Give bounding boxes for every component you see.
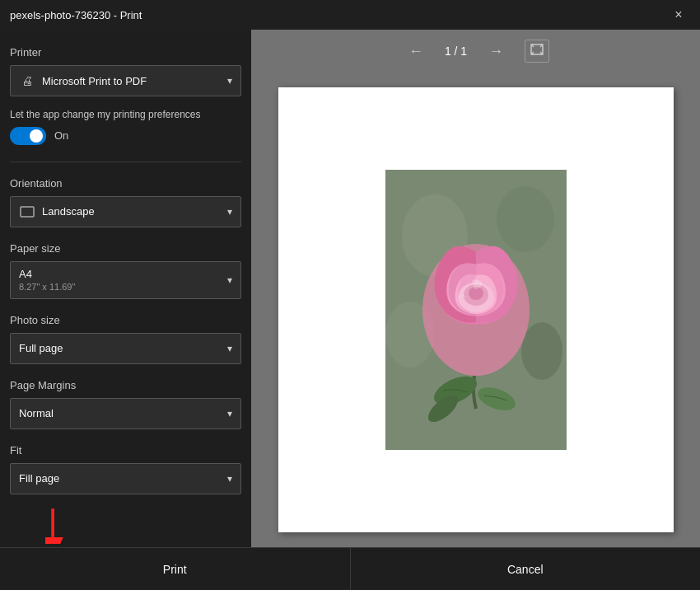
orientation-label: Orientation [10,177,241,190]
printer-dropdown-left: 🖨 Microsoft Print to PDF [19,73,227,89]
page-margins-chevron-icon: ▾ [227,408,232,419]
paper-size-dropdown[interactable]: A4 8.27" x 11.69" ▾ [10,261,241,299]
fit-value: Fill page [19,472,59,485]
fit-to-window-button[interactable] [525,40,549,63]
printer-chevron-icon: ▾ [227,75,232,87]
orientation-chevron-icon: ▾ [227,206,232,218]
printer-dropdown[interactable]: 🖨 Microsoft Print to PDF ▾ [10,65,241,96]
allow-change-label: Let the app change my printing preferenc… [10,108,241,122]
photo-size-label: Photo size [10,314,241,326]
print-button[interactable]: Print [0,548,351,590]
svg-point-6 [521,322,562,380]
preview-area [251,73,700,547]
close-button[interactable]: × [667,3,690,26]
toggle-label: On [54,129,68,142]
page-indicator: 1 / 1 [445,44,467,58]
orientation-dropdown-left: Landscape [19,204,227,220]
photo-size-chevron-icon: ▾ [227,343,232,354]
next-page-button[interactable]: → [482,40,510,63]
fit-dropdown-left: Fill page [19,472,227,485]
rose-image [385,170,567,450]
photo-size-value: Full page [19,342,63,354]
dialog-content: Printer 🖨 Microsoft Print to PDF ▾ Let t… [0,30,700,547]
paper-size-name: A4 [19,268,75,280]
right-panel: ← 1 / 1 → [251,30,700,547]
photo-size-dropdown[interactable]: Full page ▾ [10,333,241,364]
orientation-dropdown[interactable]: Landscape ▾ [10,196,241,227]
title-bar: pexels-photo-736230 - Print × [0,0,700,30]
page-margins-value: Normal [19,407,54,419]
bottom-buttons: Print Cancel [0,547,700,590]
page-margins-dropdown[interactable]: Normal ▾ [10,398,241,429]
print-dialog: pexels-photo-736230 - Print × Printer 🖨 … [0,0,700,590]
prev-page-button[interactable]: ← [402,40,430,63]
photo-size-dropdown-left: Full page [19,342,227,354]
dialog-title: pexels-photo-736230 - Print [10,9,142,21]
printing-prefs-toggle[interactable] [10,127,46,145]
cancel-button[interactable]: Cancel [351,548,701,590]
divider-1 [10,162,241,162]
page-margins-label: Page Margins [10,379,241,391]
printer-icon: 🖨 [19,73,35,89]
svg-point-4 [497,186,554,252]
paper-size-chevron-icon: ▾ [227,274,232,286]
page-preview [278,87,674,532]
svg-rect-0 [21,207,34,217]
left-panel: Printer 🖨 Microsoft Print to PDF ▾ Let t… [0,30,251,547]
printer-value: Microsoft Print to PDF [42,75,147,87]
toggle-row: On [10,127,241,145]
fit-chevron-icon: ▾ [227,473,232,485]
paper-size-left: A4 8.27" x 11.69" [19,268,75,292]
fit-dropdown[interactable]: Fill page ▾ [10,463,241,494]
printer-label: Printer [10,46,241,59]
orientation-value: Landscape [42,205,95,218]
page-margins-dropdown-left: Normal [19,407,227,419]
fit-label: Fit [10,444,241,457]
paper-size-dims: 8.27" x 11.69" [19,282,75,292]
preview-nav: ← 1 / 1 → [251,30,700,73]
paper-size-label: Paper size [10,242,241,255]
orientation-icon [19,204,35,220]
